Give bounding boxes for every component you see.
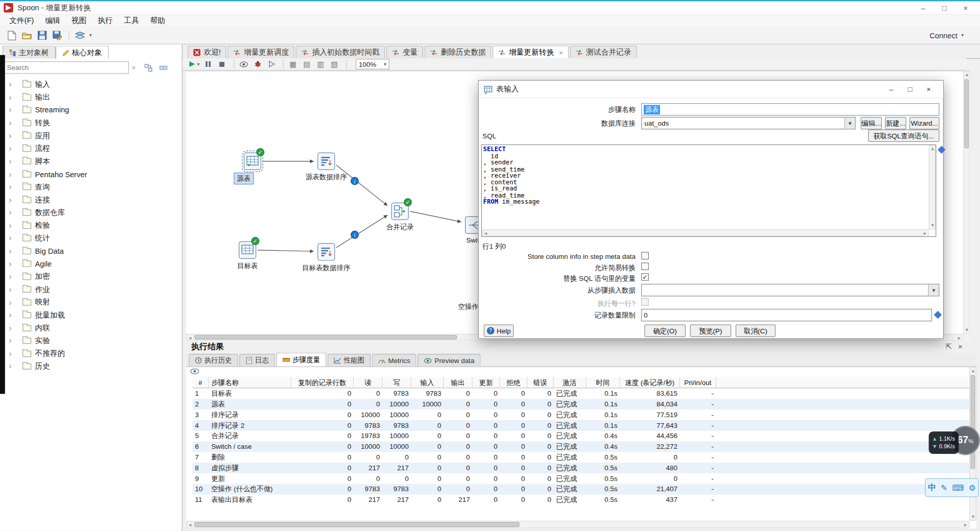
canvas-step-target-table[interactable]: ✓ 目标表 (239, 242, 256, 259)
get-sql-button[interactable]: 获取SQL查询语句... (868, 129, 940, 141)
expand-all-icon[interactable] (142, 62, 154, 73)
column-header[interactable]: 速度 (条记录/秒) (620, 377, 680, 388)
column-header[interactable]: 错误 (527, 377, 553, 388)
chevron-right-icon[interactable]: › (9, 285, 17, 294)
ime-toolbar[interactable]: 中 ✎ ⌨ ⚙ (925, 478, 978, 497)
clear-search-icon[interactable]: × (129, 64, 139, 71)
column-header[interactable]: # (192, 377, 209, 388)
tree-item[interactable]: ›应用 (0, 129, 182, 142)
store-meta-checkbox[interactable] (641, 252, 649, 259)
tree-item[interactable]: ›Big Data (0, 245, 182, 257)
menu-item[interactable]: 视图 (66, 15, 92, 27)
show-hide-inactive-icon[interactable] (190, 368, 199, 376)
column-header[interactable]: 输入 (411, 377, 444, 388)
new-file-icon[interactable] (5, 29, 19, 41)
sql-editor[interactable]: SELECT id, sender, send_time, receiver, … (481, 144, 936, 237)
db-edit-button[interactable]: 编辑... (861, 117, 882, 129)
align-top-icon[interactable]: ▤ (301, 58, 312, 69)
doc-tab[interactable]: 增量更新转换× (493, 45, 569, 58)
sql-vertical-scrollbar[interactable]: ▲▼ (929, 145, 936, 229)
canvas-step-source-sort[interactable]: 源表数据排序 (317, 153, 335, 170)
column-header[interactable]: 步骤名称 (209, 377, 291, 388)
ok-button[interactable]: 确定(O) (644, 325, 685, 337)
help-button[interactable]: ? Help (484, 325, 514, 337)
align-left-icon[interactable]: ▥ (315, 58, 326, 69)
row-limit-input[interactable]: 0 (641, 309, 932, 321)
replace-variables-checkbox[interactable]: ✓ (641, 273, 649, 281)
tab-main-object-tree[interactable]: 主对象树 (3, 45, 56, 59)
close-button[interactable]: × (955, 2, 976, 14)
results-tab[interactable]: Preview data (418, 354, 481, 366)
sql-text[interactable]: SELECT id, sender, send_time, receiver, … (483, 147, 928, 229)
column-header[interactable]: 更新 (473, 377, 500, 388)
maximize-button[interactable]: □ (934, 2, 955, 14)
column-header[interactable]: 写 (382, 377, 411, 388)
open-file-icon[interactable] (20, 29, 34, 41)
chevron-right-icon[interactable]: › (9, 183, 17, 191)
chevron-right-icon[interactable]: › (9, 273, 17, 281)
zoom-select[interactable]: 100% ▾ (356, 59, 389, 69)
ime-pen-icon[interactable]: ✎ (941, 483, 947, 492)
ime-language-label[interactable]: 中 (928, 482, 936, 493)
snap-grid-icon[interactable]: ▦ (287, 58, 299, 69)
chevron-right-icon[interactable]: › (9, 349, 17, 358)
table-row[interactable]: 1目标表00978397830000已完成0.1s83,615- (192, 388, 969, 399)
perspective-icon[interactable] (73, 29, 87, 41)
sql-horizontal-scrollbar[interactable]: ◄► (482, 229, 929, 236)
chevron-right-icon[interactable]: › (9, 157, 17, 166)
chevron-right-icon[interactable]: › (9, 131, 17, 140)
table-row[interactable]: 10空操作 (什么也不做)09783978300000已完成0.5s21,407… (192, 484, 969, 495)
canvas-vertical-scrollbar[interactable]: ▲▼ (963, 71, 970, 334)
table-row[interactable]: 11表输出目标表02172170217000已完成0.5s437- (192, 495, 969, 505)
tree-item[interactable]: ›内联 (0, 322, 182, 334)
chevron-right-icon[interactable]: › (9, 221, 17, 230)
results-tab[interactable]: 步骤度量 (276, 353, 326, 367)
column-header[interactable]: Pri/in/out (680, 377, 716, 388)
db-connection-caret-icon[interactable]: ▼ (844, 117, 855, 129)
column-header[interactable]: 拒绝 (500, 377, 528, 388)
table-row[interactable]: 3排序记录0100001000000000已完成0.1s77,519- (192, 409, 969, 420)
menu-item[interactable]: 文件(F) (4, 15, 39, 27)
tree-item[interactable]: ›Agile (0, 257, 182, 270)
hop-info-badge[interactable]: i (351, 177, 359, 185)
preview-button[interactable]: 预览(P) (690, 325, 731, 337)
chevron-right-icon[interactable]: › (9, 311, 17, 320)
column-header[interactable]: 激活 (554, 377, 586, 388)
perspective-caret-icon[interactable]: ▾ (89, 33, 92, 38)
tree-item[interactable]: ›作业 (0, 283, 182, 296)
tree-item[interactable]: ›不推荐的 (0, 347, 182, 360)
menu-item[interactable]: 执行 (92, 15, 118, 27)
chevron-right-icon[interactable]: › (9, 80, 17, 89)
tree-item[interactable]: ›统计 (0, 232, 182, 245)
column-header[interactable]: 复制的记录行数 (291, 377, 354, 388)
chevron-right-icon[interactable]: › (9, 362, 17, 371)
tree-item[interactable]: ›数据仓库 (0, 206, 182, 219)
results-tab[interactable]: 日志 (239, 354, 275, 366)
tree-item[interactable]: ›查询 (0, 181, 182, 194)
results-horizontal-scrollbar[interactable]: ◄► (186, 521, 969, 528)
minimize-button[interactable]: – (913, 2, 934, 14)
dialog-maximize-button[interactable]: □ (900, 85, 919, 93)
table-row[interactable]: 5合并记录0197831000000000已完成0.4s44,456- (192, 431, 969, 442)
insert-data-caret-icon[interactable]: ▼ (928, 284, 939, 296)
pause-button[interactable] (203, 58, 214, 69)
preview-button[interactable] (238, 58, 250, 69)
canvas-step-merge-rows[interactable]: ✓ 合并记录 (391, 203, 409, 220)
dialog-close-button[interactable]: × (919, 85, 938, 93)
lazy-conversion-checkbox[interactable] (641, 262, 649, 270)
table-row[interactable]: 2源表0010000100000000已完成0.1s84,034- (192, 399, 969, 409)
tree-item[interactable]: ›加密 (0, 271, 182, 283)
connect-dropdown[interactable]: Connect ▾ (929, 31, 964, 40)
doc-tab[interactable]: 增量更新调度 (228, 45, 295, 58)
doc-tab[interactable]: 删除历史数据 (425, 45, 492, 58)
tree-item[interactable]: ›检验 (0, 219, 182, 232)
distribute-icon[interactable]: ▧ (329, 58, 340, 69)
collapse-all-icon[interactable] (158, 62, 169, 73)
maximize-results-icon[interactable]: ⇱ (946, 343, 952, 351)
debug-button[interactable] (252, 58, 263, 69)
dialog-minimize-button[interactable]: – (882, 85, 901, 93)
column-header[interactable]: 输出 (444, 377, 472, 388)
stop-button[interactable] (216, 58, 228, 69)
results-tab[interactable]: 执行历史 (189, 354, 238, 366)
tab-core-objects[interactable]: 核心对象 (56, 45, 109, 59)
